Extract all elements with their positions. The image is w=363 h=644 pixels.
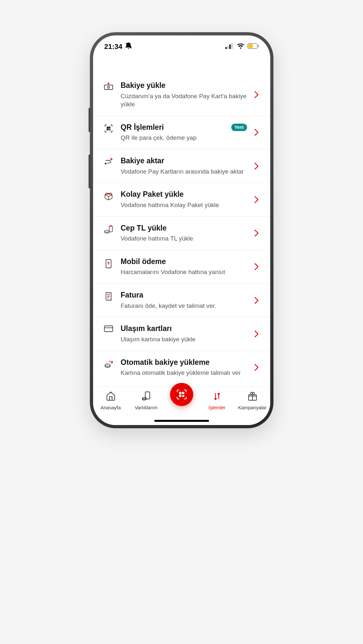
home-indicator[interactable] <box>154 420 209 422</box>
list-item-cep-tl[interactable]: Cep TL yükle Vodafone hattıma TL yükle <box>93 217 270 250</box>
list-item-subtitle: Vodafone hattıma TL yükle <box>121 234 247 243</box>
tab-qr[interactable] <box>164 391 199 406</box>
coins-up-icon <box>103 225 114 234</box>
list-item-subtitle: Cüzdanım'a ya da Vodafone Pay Kart'a bak… <box>121 92 247 109</box>
tab-bar: Anasayfa Varlıklarım <box>93 386 270 425</box>
svg-rect-6 <box>248 44 253 48</box>
list-item-bakiye-yukle[interactable]: Bakiye yükle Cüzdanım'a ya da Vodafone P… <box>93 74 270 116</box>
chevron-right-icon <box>252 263 261 270</box>
svg-rect-2 <box>227 46 229 49</box>
status-bar: 21:34 <box>93 35 270 55</box>
list-item-otomatik-bakiye[interactable]: Otomatik bakiye yükleme Kartına otomatik… <box>93 351 270 384</box>
svg-rect-8 <box>104 85 113 90</box>
list-item-title: QR İşlemleri <box>121 123 164 132</box>
assets-icon <box>141 391 152 403</box>
list-item-title: Otomatik bakiye yükleme <box>121 358 247 367</box>
list-item-subtitle: QR ile para çek, ödeme yap <box>121 134 247 142</box>
list-item-title: Ulaşım kartları <box>121 324 247 333</box>
status-right <box>225 43 259 50</box>
svg-rect-23 <box>182 392 184 394</box>
svg-rect-24 <box>179 395 181 397</box>
bell-muted-icon <box>125 42 132 51</box>
wifi-icon <box>237 43 244 50</box>
chevron-right-icon <box>252 330 261 338</box>
tab-varliklarim[interactable]: Varlıklarım <box>129 391 164 410</box>
svg-rect-13 <box>109 129 110 130</box>
transfer-icon <box>103 157 114 165</box>
svg-rect-12 <box>107 129 108 130</box>
chevron-right-icon <box>252 196 261 204</box>
invoice-icon <box>103 292 114 301</box>
phone-up-icon <box>103 258 114 269</box>
svg-point-19 <box>105 364 110 366</box>
list-item-bakiye-aktar[interactable]: Bakiye aktar Vodafone Pay Kartların aras… <box>93 149 270 183</box>
auto-coins-icon <box>103 359 114 368</box>
chevron-right-icon <box>252 297 261 304</box>
list-item-subtitle: Faturanı öde, kaydet ve talimat ver. <box>121 302 247 310</box>
svg-rect-7 <box>258 45 259 47</box>
list-item-subtitle: Vodafone Pay Kartların arasında bakiye a… <box>121 167 247 176</box>
list-item-title: Cep TL yükle <box>121 224 247 233</box>
status-time: 21:34 <box>104 43 122 51</box>
qr-button[interactable] <box>170 383 193 406</box>
list-item-subtitle: Kartına otomatik bakiye yükleme talimatı… <box>121 369 247 377</box>
qr-icon <box>103 124 114 133</box>
svg-rect-11 <box>109 127 110 128</box>
chevron-right-icon <box>252 229 261 237</box>
chevron-right-icon <box>252 128 261 136</box>
list-item-title: Kolay Paket yükle <box>121 190 247 199</box>
tab-kampanyalar[interactable]: Kampanyalar <box>235 391 270 410</box>
money-up-icon <box>103 82 114 90</box>
svg-point-9 <box>108 86 110 88</box>
chevron-right-icon <box>252 364 261 371</box>
svg-rect-22 <box>179 392 181 394</box>
list-item-title: Bakiye aktar <box>121 156 247 166</box>
chevron-right-icon <box>252 162 261 170</box>
phone-frame: 21:34 <box>90 32 273 428</box>
svg-rect-3 <box>229 44 231 49</box>
svg-rect-17 <box>104 326 113 332</box>
transfer-arrows-icon <box>212 391 223 403</box>
list-item-mobil-odeme[interactable]: Mobil ödeme Harcamalarını Vodafone hattı… <box>93 250 270 284</box>
tab-label: Kampanyalar <box>238 405 266 410</box>
list-item-subtitle: Harcamalarını Vodafone hattına yansıt <box>121 268 247 276</box>
list-item-kolay-paket[interactable]: Kolay Paket yükle Vodafone hattıma Kolay… <box>93 183 270 216</box>
card-icon <box>103 325 114 332</box>
new-badge: Yeni <box>231 124 247 131</box>
tab-label: İşlemler <box>208 405 225 410</box>
signal-icon <box>225 43 234 50</box>
svg-rect-10 <box>107 127 108 128</box>
list-item-qr-islemleri[interactable]: QR İşlemleri Yeni QR ile para çek, ödeme… <box>93 116 270 149</box>
screen: 21:34 <box>93 35 270 425</box>
chevron-right-icon <box>252 91 261 99</box>
side-button <box>89 155 90 188</box>
list-item-title: Bakiye yükle <box>121 81 247 90</box>
package-icon <box>103 191 114 201</box>
svg-rect-1 <box>225 47 227 49</box>
list-item-title: Mobil ödeme <box>121 257 247 266</box>
battery-icon <box>247 43 259 50</box>
list-item-subtitle: Ulaşım kartına bakiye yükle <box>121 335 247 344</box>
side-button <box>89 108 90 132</box>
svg-rect-25 <box>183 395 184 397</box>
list-item-subtitle: Vodafone hattıma Kolay Paket yükle <box>121 201 247 209</box>
svg-rect-4 <box>231 43 233 49</box>
home-icon <box>105 391 116 403</box>
content-list: Bakiye yükle Cüzdanım'a ya da Vodafone P… <box>93 55 270 384</box>
list-item-title: Fatura <box>121 291 247 300</box>
tab-label: Varlıklarım <box>135 405 158 410</box>
svg-point-21 <box>142 398 146 399</box>
status-left: 21:34 <box>104 42 132 51</box>
list-item-ulasim-kartlari[interactable]: Ulaşım kartları Ulaşım kartına bakiye yü… <box>93 317 270 351</box>
svg-point-14 <box>105 230 109 232</box>
gift-icon <box>247 391 258 403</box>
tab-label: Anasayfa <box>100 405 121 410</box>
tab-islemler[interactable]: İşlemler <box>199 391 235 410</box>
list-item-fatura[interactable]: Fatura Faturanı öde, kaydet ve talimat v… <box>93 284 270 317</box>
tab-anasayfa[interactable]: Anasayfa <box>93 391 129 410</box>
